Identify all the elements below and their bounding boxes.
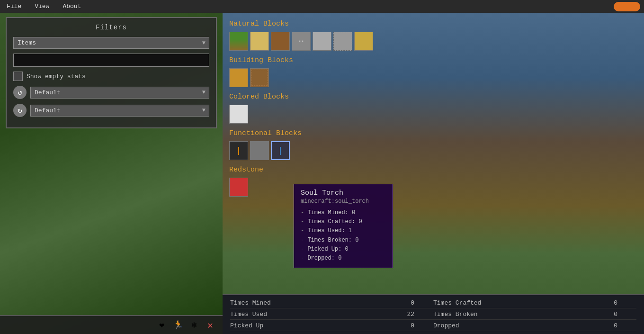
item-crafting-table[interactable] bbox=[250, 68, 269, 87]
tooltip-stat-crafted: - Times Crafted: 0 bbox=[301, 217, 386, 226]
stat-pickedup-label: Picked Up bbox=[230, 322, 263, 329]
main-layout: Filters Items Blocks All ▼ Sh bbox=[0, 13, 644, 334]
stat-row-pickedup: Picked Up 0 bbox=[230, 321, 433, 331]
person-icon[interactable]: 🏃 bbox=[171, 318, 185, 332]
show-empty-row: Show empty stats bbox=[13, 72, 209, 81]
sort2-select[interactable]: Default Count High-Low bbox=[30, 105, 209, 117]
show-empty-label: Show empty stats bbox=[27, 73, 86, 80]
stat-dropped-label: Dropped bbox=[433, 322, 459, 329]
building-blocks-title: Building Blocks bbox=[229, 56, 637, 64]
left-panel: Filters Items Blocks All ▼ Sh bbox=[0, 13, 223, 334]
item-soul-torch[interactable]: | bbox=[271, 141, 290, 160]
stat-mined-label: Times Mined bbox=[230, 299, 271, 307]
tooltip-title: Soul Torch bbox=[301, 189, 386, 197]
record-button[interactable] bbox=[614, 2, 640, 11]
sort2-icon: ↻ bbox=[13, 104, 27, 117]
menu-view[interactable]: View bbox=[32, 2, 52, 11]
natural-blocks-title: Natural Blocks bbox=[229, 20, 637, 28]
menu-about[interactable]: About bbox=[60, 2, 84, 11]
item-white-concrete[interactable] bbox=[229, 105, 248, 124]
items-area: Natural Blocks ▪▪ Building Blocks bbox=[223, 13, 644, 294]
redstone-title: Redstone bbox=[229, 166, 637, 174]
tooltip-stat-broken: - Times Broken: 0 bbox=[301, 236, 386, 245]
sort1-icon: ↺ bbox=[13, 86, 27, 99]
item-dirt[interactable] bbox=[271, 32, 290, 51]
redstone-row bbox=[229, 178, 637, 197]
stats-bar: Times Mined 0 Times Crafted 0 Times Used… bbox=[223, 294, 644, 334]
type-select[interactable]: Items Blocks All bbox=[13, 37, 209, 49]
menu-file[interactable]: File bbox=[4, 2, 24, 11]
sort2-row: ↻ Default Count High-Low ▼ bbox=[13, 104, 209, 117]
stat-used-label: Times Used bbox=[230, 311, 267, 318]
stat-pickedup-value: 0 bbox=[411, 322, 414, 329]
search-input[interactable] bbox=[13, 54, 209, 67]
stat-row-mined: Times Mined 0 bbox=[230, 298, 433, 308]
type-filter-row: Items Blocks All ▼ bbox=[13, 37, 209, 49]
colored-blocks-row bbox=[229, 105, 637, 124]
stat-broken-value: 0 bbox=[614, 311, 617, 318]
tooltip-id: minecraft:soul_torch bbox=[301, 198, 386, 205]
tooltip: Soul Torch minecraft:soul_torch - Times … bbox=[294, 184, 393, 268]
stat-mined-value: 0 bbox=[411, 299, 414, 307]
stat-row-used: Times Used 22 bbox=[230, 309, 433, 320]
item-sandstone[interactable] bbox=[354, 32, 373, 51]
stat-row-broken: Times Broken 0 bbox=[433, 309, 636, 320]
functional-blocks-title: Functional Blocks bbox=[229, 129, 637, 137]
item-grass[interactable] bbox=[229, 32, 248, 51]
item-stone[interactable] bbox=[313, 32, 331, 51]
stat-crafted-label: Times Crafted bbox=[433, 299, 481, 307]
stat-row-dropped: Dropped 0 bbox=[433, 321, 636, 331]
natural-blocks-row: ▪▪ bbox=[229, 32, 637, 51]
sort1-select[interactable]: Default Name A-Z Name Z-A bbox=[30, 87, 209, 99]
stat-used-value: 22 bbox=[407, 311, 414, 318]
stat-row-crafted: Times Crafted 0 bbox=[433, 298, 636, 308]
filters-panel: Filters Items Blocks All ▼ Sh bbox=[6, 17, 217, 128]
colored-blocks-title: Colored Blocks bbox=[229, 93, 637, 101]
tooltip-stat-used: - Times Used: 1 bbox=[301, 226, 386, 235]
item-grey-block[interactable] bbox=[250, 141, 269, 160]
functional-blocks-row: | | bbox=[229, 141, 637, 160]
building-blocks-row bbox=[229, 68, 637, 87]
show-empty-checkbox[interactable] bbox=[13, 72, 23, 81]
snowflake-icon[interactable]: ❄️ bbox=[188, 318, 201, 332]
sort1-select-wrapper: Default Name A-Z Name Z-A ▼ bbox=[30, 87, 209, 99]
search-filter-row bbox=[13, 54, 209, 67]
item-torch[interactable]: | bbox=[229, 141, 248, 160]
sort1-row: ↺ Default Name A-Z Name Z-A ▼ bbox=[13, 86, 209, 99]
tooltip-stat-picked: - Picked Up: 0 bbox=[301, 245, 386, 254]
item-sand[interactable] bbox=[250, 32, 269, 51]
item-redstone-block[interactable] bbox=[229, 178, 248, 197]
type-select-wrapper: Items Blocks All ▼ bbox=[13, 37, 209, 49]
stat-crafted-value: 0 bbox=[614, 299, 617, 307]
stat-broken-label: Times Broken bbox=[433, 311, 478, 318]
right-panel: Natural Blocks ▪▪ Building Blocks bbox=[223, 13, 644, 334]
item-oak-planks[interactable] bbox=[229, 68, 248, 87]
x-icon[interactable]: ✕ bbox=[204, 318, 217, 332]
item-cobblestone[interactable] bbox=[333, 32, 352, 51]
menubar: File View About bbox=[0, 0, 644, 13]
tooltip-stat-dropped: - Dropped: 0 bbox=[301, 254, 386, 263]
sort2-select-wrapper: Default Count High-Low ▼ bbox=[30, 105, 209, 117]
heart-icon[interactable]: ❤️ bbox=[155, 318, 169, 332]
item-gravel[interactable]: ▪▪ bbox=[292, 32, 311, 51]
bottom-toolbar: ❤️ 🏃 ❄️ ✕ bbox=[0, 315, 223, 334]
filters-title: Filters bbox=[13, 24, 209, 31]
stat-dropped-value: 0 bbox=[614, 322, 617, 329]
tooltip-stat-mined: - Times Mined: 0 bbox=[301, 208, 386, 217]
